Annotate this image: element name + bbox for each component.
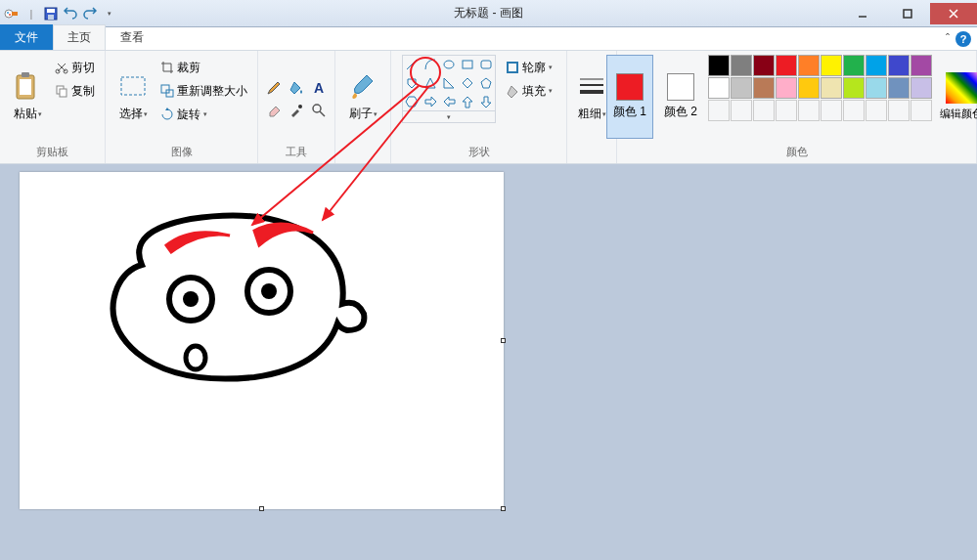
shape-right-triangle[interactable] <box>440 74 458 92</box>
palette-swatch[interactable] <box>910 77 932 99</box>
fill-button[interactable]: 填充▾ <box>502 80 556 102</box>
edit-colors-button[interactable]: 编辑颜色 <box>936 55 977 139</box>
resize-handle-se[interactable] <box>501 506 506 511</box>
fill-tool[interactable] <box>287 78 306 98</box>
brushes-button[interactable]: 刷子▾ <box>341 55 384 139</box>
palette-swatch[interactable] <box>731 77 752 99</box>
qat-customize-icon[interactable]: ▾ <box>102 6 117 22</box>
palette-swatch[interactable] <box>843 55 865 76</box>
palette-swatch[interactable] <box>776 77 797 99</box>
palette-swatch[interactable] <box>753 55 775 76</box>
palette-swatch[interactable] <box>888 55 910 76</box>
workspace[interactable] <box>0 164 977 560</box>
rotate-button[interactable]: 旋转▾ <box>156 104 251 125</box>
resize-button[interactable]: 重新调整大小 <box>156 80 251 102</box>
resize-handle-s[interactable] <box>259 506 264 511</box>
svg-rect-25 <box>481 61 491 68</box>
svg-point-3 <box>9 14 11 16</box>
shape-arrow-down[interactable] <box>477 93 495 110</box>
close-button[interactable] <box>930 3 977 24</box>
palette-swatch[interactable] <box>910 55 932 76</box>
size-button[interactable]: 粗细▾ <box>573 55 610 139</box>
picker-tool[interactable] <box>287 101 306 120</box>
shape-diamond[interactable] <box>459 74 476 92</box>
quick-access-toolbar: | ▾ <box>0 6 117 22</box>
palette-swatch[interactable] <box>708 77 730 99</box>
palette-swatch[interactable] <box>866 55 887 76</box>
group-brushes: 刷子▾ <box>335 51 391 163</box>
svg-rect-1 <box>12 12 18 16</box>
save-icon[interactable] <box>43 6 59 22</box>
palette-swatch[interactable] <box>798 77 820 99</box>
minimize-ribbon-icon[interactable]: ˆ <box>946 32 950 46</box>
magnifier-tool[interactable] <box>309 101 329 120</box>
shapes-expand-icon[interactable]: ▾ <box>403 110 495 122</box>
copy-button[interactable]: 复制 <box>51 80 99 102</box>
group-image: 选择▾ 裁剪 重新调整大小 旋转▾ 图像 <box>106 51 258 163</box>
text-tool[interactable]: A <box>309 78 329 98</box>
svg-rect-16 <box>121 77 145 95</box>
tab-file[interactable]: 文件 <box>0 24 53 50</box>
outline-button[interactable]: 轮廓▾ <box>502 57 556 78</box>
shape-triangle[interactable] <box>422 74 439 92</box>
pencil-tool[interactable] <box>264 78 284 98</box>
shape-arrow-right[interactable] <box>422 93 439 110</box>
minimize-button[interactable] <box>840 3 885 24</box>
shape-pentagon[interactable] <box>477 74 495 92</box>
palette-swatch[interactable] <box>708 55 730 76</box>
palette-swatch[interactable] <box>888 77 910 99</box>
palette-swatch-empty[interactable] <box>888 100 910 121</box>
palette-swatch-empty[interactable] <box>753 100 775 121</box>
svg-point-19 <box>298 105 302 108</box>
crop-button[interactable]: 裁剪 <box>156 57 251 78</box>
paste-button[interactable]: 粘贴▾ <box>6 55 49 139</box>
palette-swatch-empty[interactable] <box>798 100 820 121</box>
palette-swatch[interactable] <box>776 55 797 76</box>
shape-roundrect[interactable] <box>477 56 495 73</box>
group-label-colors: 颜色 <box>786 143 808 161</box>
shape-polygon[interactable] <box>403 74 421 92</box>
palette-swatch-empty[interactable] <box>776 100 797 121</box>
palette-swatch-empty[interactable] <box>910 100 932 121</box>
help-icon[interactable]: ? <box>955 31 971 47</box>
group-tools: A 工具 <box>258 51 335 163</box>
shapes-gallery[interactable]: ▾ <box>402 55 496 123</box>
svg-rect-26 <box>508 63 517 72</box>
color-2-button[interactable]: 颜色 2 <box>657 55 704 139</box>
maximize-button[interactable] <box>885 3 930 24</box>
tab-home[interactable]: 主页 <box>53 24 106 50</box>
redo-icon[interactable] <box>82 6 98 22</box>
palette-swatch[interactable] <box>821 77 842 99</box>
canvas[interactable] <box>20 172 504 509</box>
undo-icon[interactable] <box>63 6 78 22</box>
palette-swatch[interactable] <box>821 55 842 76</box>
shape-arrow-up[interactable] <box>459 93 476 110</box>
palette-swatch-empty[interactable] <box>731 100 752 121</box>
shape-curve[interactable] <box>422 56 439 73</box>
palette-swatch-empty[interactable] <box>821 100 842 121</box>
shape-oval[interactable] <box>440 56 458 73</box>
shape-line[interactable] <box>403 56 421 73</box>
palette-swatch[interactable] <box>753 77 775 99</box>
shape-arrow-left[interactable] <box>440 93 458 110</box>
palette-swatch[interactable] <box>798 55 820 76</box>
svg-line-22 <box>407 60 417 69</box>
tab-view[interactable]: 查看 <box>106 24 158 50</box>
eraser-tool[interactable] <box>264 101 284 120</box>
cut-button[interactable]: 剪切 <box>51 57 99 78</box>
group-label-image: 图像 <box>171 143 193 161</box>
svg-point-20 <box>313 105 321 112</box>
color-1-button[interactable]: 颜色 1 <box>606 55 653 139</box>
shape-rect[interactable] <box>459 56 476 73</box>
palette-swatch-empty[interactable] <box>708 100 730 121</box>
palette-swatch-empty[interactable] <box>843 100 865 121</box>
palette-swatch[interactable] <box>731 55 752 76</box>
palette-swatch[interactable] <box>843 77 865 99</box>
shape-hexagon[interactable] <box>403 93 421 110</box>
resize-handle-e[interactable] <box>501 338 506 343</box>
palette-swatch[interactable] <box>866 77 887 99</box>
select-button[interactable]: 选择▾ <box>111 55 155 139</box>
group-clipboard: 粘贴▾ 剪切 复制 剪贴板 <box>0 51 106 163</box>
svg-point-2 <box>7 12 9 14</box>
palette-swatch-empty[interactable] <box>866 100 887 121</box>
